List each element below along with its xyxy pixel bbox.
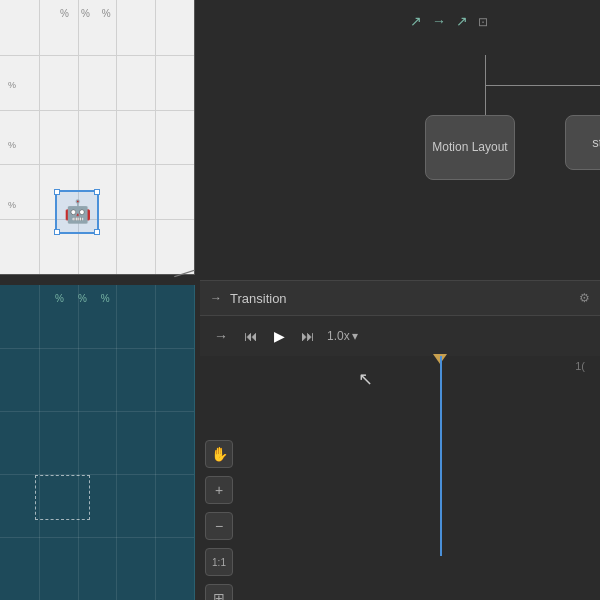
timeline-marker: 1(	[575, 360, 585, 372]
conn-line-h	[485, 85, 600, 86]
ruler-mark-2: %	[81, 8, 90, 19]
left-mark-3: %	[8, 200, 16, 210]
bottom-ruler-mark-3: %	[101, 293, 110, 304]
top-layout-panel: % % % % % % 🤖	[0, 0, 195, 275]
toolbar-icon-4[interactable]: ⊡	[478, 12, 488, 30]
grid-icon: ⊞	[213, 590, 225, 600]
left-mark-1: %	[8, 80, 16, 90]
widget-bottom[interactable]	[35, 475, 90, 520]
left-mark-2: %	[8, 140, 16, 150]
graph-toolbar: ↗ → ↗ ⊡	[410, 12, 498, 30]
node-motion-layout[interactable]: Motion Layout	[425, 115, 515, 180]
left-ruler: % % %	[8, 80, 16, 210]
skip-forward-btn[interactable]: ⏭	[297, 326, 319, 346]
playhead-line	[440, 356, 442, 556]
robot-icon: 🤖	[64, 199, 91, 225]
handle-tr[interactable]	[94, 189, 100, 195]
zoom-label: 1:1	[212, 557, 226, 568]
transition-header: → Transition ⚙	[200, 281, 600, 316]
conn-line-top	[485, 55, 486, 85]
ruler-mark-3: %	[102, 8, 111, 19]
handle-bl[interactable]	[54, 229, 60, 235]
plus-icon: +	[215, 482, 223, 498]
toolbar-icon-1[interactable]: ↗	[410, 13, 422, 29]
zoom-reset-btn[interactable]: 1:1	[205, 548, 233, 576]
bottom-layout-panel: % % %	[0, 285, 195, 600]
widget-top[interactable]: 🤖	[55, 190, 99, 234]
handle-br[interactable]	[94, 229, 100, 235]
hand-tool-btn[interactable]: ✋	[205, 440, 233, 468]
bottom-top-ruler: % % %	[55, 293, 110, 304]
zoom-in-btn[interactable]: +	[205, 476, 233, 504]
left-toolbar: ✋ + − 1:1 ⊞	[205, 440, 233, 600]
handle-tl[interactable]	[54, 189, 60, 195]
skip-back-btn[interactable]: ⏮	[240, 326, 262, 346]
zoom-out-btn[interactable]: −	[205, 512, 233, 540]
minus-icon: −	[215, 518, 223, 534]
bottom-grid-canvas: % % %	[0, 285, 194, 600]
top-grid-canvas: % % % % % % 🤖	[0, 0, 194, 274]
toolbar-icon-2[interactable]: →	[432, 13, 446, 29]
toolbar-icon-3[interactable]: ↗	[456, 13, 468, 29]
transition-settings-icon[interactable]: ⚙	[579, 291, 590, 305]
play-arrow-btn[interactable]: →	[210, 326, 232, 346]
top-ruler: % % %	[60, 8, 111, 19]
cursor-indicator: ↖	[358, 368, 373, 390]
conn-line-down-left	[485, 85, 486, 115]
timeline-area[interactable]: 1(	[200, 356, 600, 566]
node-start[interactable]: start	[565, 115, 600, 170]
motion-graph-panel: ↗ → ↗ ⊡ ▼ Motion Layout start end	[200, 0, 600, 280]
transition-label: Transition	[230, 291, 287, 306]
transition-header-arrow: →	[210, 291, 222, 305]
play-btn[interactable]: ▶	[270, 326, 289, 346]
bottom-ruler-mark-1: %	[55, 293, 64, 304]
ruler-mark-1: %	[60, 8, 69, 19]
hand-icon: ✋	[211, 446, 228, 462]
bottom-ruler-mark-2: %	[78, 293, 87, 304]
graph-area: ▼ Motion Layout start end	[405, 55, 600, 265]
grid-toggle-btn[interactable]: ⊞	[205, 584, 233, 600]
speed-selector[interactable]: 1.0x ▾	[327, 329, 358, 343]
playback-controls: → ⏮ ▶ ⏭ 1.0x ▾	[200, 316, 600, 356]
transition-panel: → Transition ⚙ → ⏮ ▶ ⏭ 1.0x ▾ 1(	[200, 280, 600, 600]
